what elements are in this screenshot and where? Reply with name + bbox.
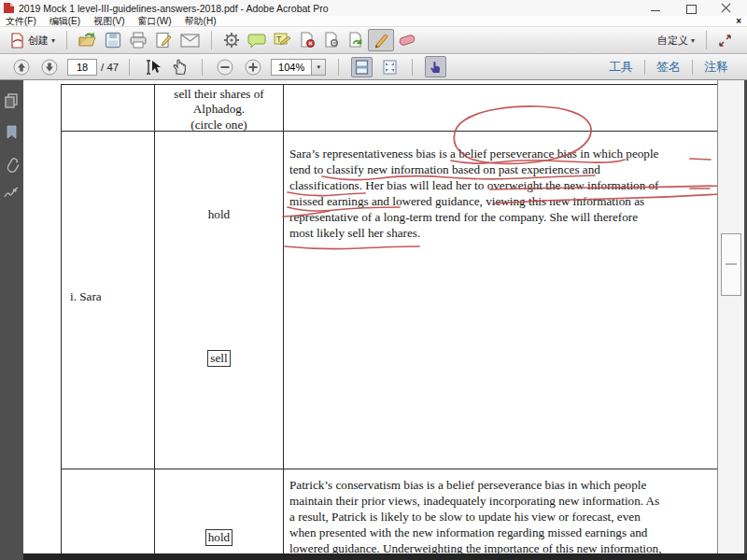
table-border [283,84,284,553]
table-border [61,84,718,85]
paragraph-line: missed earnings and lowered guidance, vi… [289,194,644,209]
customize-button[interactable]: 自定义 ▾ [654,32,698,49]
sign-panel-link[interactable]: 签名 [645,59,692,76]
nav-toolbar: / 47 104% ▾ 工具 [0,54,747,80]
zoom-level-control[interactable]: 104% ▾ [271,59,326,76]
toolbar-close-x-icon[interactable]: × [736,17,741,26]
acrobat-window: 2019 Mock 1 level-III-guidelines-answers… [0,0,747,560]
title-bar: 2019 Mock 1 level-III-guidelines-answers… [0,0,747,16]
zoom-out-button[interactable] [215,57,235,77]
tools-panel-link[interactable]: 工具 [598,59,644,76]
acrobat-app-icon [4,3,14,13]
attachments-icon[interactable] [3,156,21,174]
hand-tool-icon [172,59,188,75]
cell-line: Alphadog. [155,102,283,117]
speech-bubble-icon [247,33,266,49]
create-label: 创建 [28,34,49,48]
minus-circle-icon [217,59,233,76]
zoom-in-button[interactable] [243,57,263,77]
minimize-icon[interactable] [650,4,661,13]
sticky-note-icon: T [274,33,291,49]
left-panel-rail [0,80,23,560]
touch-hand-icon [428,59,444,75]
floppy-disk-icon [105,32,121,49]
paragraph-line: classifications. Her bias will lead her … [289,178,659,193]
paragraph-line: most likely sell her shares. [289,226,420,241]
scrolling-pages-icon [354,60,370,75]
table-border [61,469,718,469]
open-button[interactable] [75,30,101,50]
table-border [154,84,155,553]
menu-edit[interactable]: 编辑(E) [49,15,80,28]
table-border [61,84,62,553]
scrollbar-grip [726,263,737,265]
doc-settings-button[interactable] [319,30,344,50]
page-export-icon [347,32,364,49]
main-toolbar: 创建 ▾ T [0,27,747,54]
page-thumbnails-icon[interactable] [3,91,21,109]
arrow-up-circle-icon [13,59,30,76]
cell-line: sell their shares of [155,87,283,102]
touch-mode-button[interactable] [425,56,446,77]
customize-label: 自定义 [657,34,688,48]
hand-tool-button[interactable] [170,57,190,77]
folder-open-icon [78,32,97,49]
arrow-down-circle-icon [41,59,58,76]
window-bottom-edge [23,553,747,560]
pencil-icon [373,32,389,49]
bookmarks-icon[interactable] [3,123,21,141]
comment-button[interactable] [244,31,270,50]
eraser-icon [398,34,416,48]
doc-export-button[interactable] [344,30,368,50]
zoom-dropdown-button[interactable]: ▾ [312,59,326,76]
sign-button[interactable] [151,30,176,50]
pencil-tool-button[interactable] [368,29,394,51]
save-button[interactable] [101,30,125,50]
option-hold-selected: hold [155,529,283,546]
eraser-tool-button[interactable] [394,32,420,49]
fit-window-button[interactable] [380,58,400,77]
sticky-note-button[interactable]: T [270,31,295,50]
doc-delete-button[interactable] [295,30,319,50]
content-area: sell their shares of Alphadog. (circle o… [0,80,747,560]
signatures-icon[interactable] [3,185,21,203]
previous-page-button[interactable] [11,57,32,77]
paragraph-line: Patrick’s conservatism bias is a belief … [289,478,646,493]
row-label-sara: i. Sara [70,289,102,304]
scrollbar-thumb[interactable] [721,233,741,296]
paragraph-line: Sara’s representativeness bias is a beli… [289,147,658,161]
printer-icon [129,32,148,49]
paragraph-line: when presented with the new information … [289,525,647,540]
page-number-input[interactable] [67,59,97,76]
create-pdf-icon [9,33,25,49]
chevron-down-icon: ▾ [51,36,55,45]
comment-panel-link[interactable]: 注释 [693,59,740,76]
page-delete-icon [299,32,316,49]
scrolling-view-button[interactable] [351,57,373,77]
pdf-page[interactable]: sell their shares of Alphadog. (circle o… [23,80,747,560]
close-icon[interactable] [721,4,732,13]
paragraph-line: tend to classify new information based o… [289,162,600,177]
vertical-scrollbar[interactable] [717,80,744,553]
expand-toolbar-button[interactable] [714,32,736,49]
menu-help[interactable]: 帮助(H) [185,15,217,28]
select-tool-button[interactable] [142,58,162,77]
cell-line: (circle one) [155,118,283,133]
create-button[interactable]: 创建 ▾ [6,31,59,50]
paragraph-line: representative of a long-term trend for … [289,210,638,225]
page-pencil-icon [155,32,173,49]
restore-icon[interactable] [685,4,697,13]
menu-window[interactable]: 窗口(W) [137,15,171,28]
settings-button[interactable] [219,30,244,50]
email-button[interactable] [176,32,204,49]
window-title: 2019 Mock 1 level-III-guidelines-answers… [19,3,329,14]
next-page-button[interactable] [39,57,60,77]
menu-view[interactable]: 视图(V) [93,15,124,28]
print-button[interactable] [125,30,151,50]
annotation-underline [285,246,419,249]
zoom-level-value[interactable]: 104% [271,59,312,76]
menu-file[interactable]: 文件(F) [6,15,36,28]
annotation-dash [690,159,711,160]
menu-bar: 文件(F) 编辑(E) 视图(V) 窗口(W) 帮助(H) × [0,16,747,27]
envelope-icon [180,34,200,48]
